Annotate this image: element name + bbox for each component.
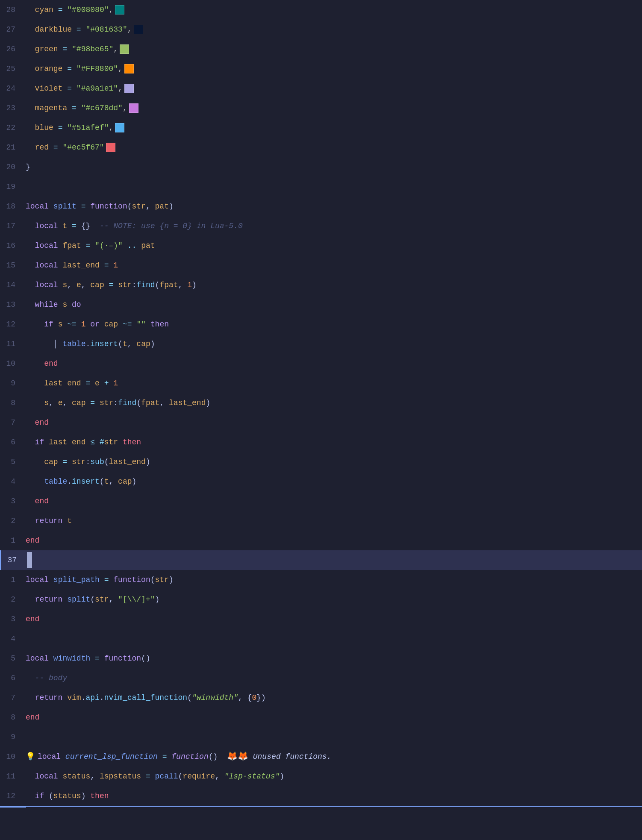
moon-icon: ☽ bbox=[12, 807, 18, 808]
line-number: 7 bbox=[0, 688, 22, 708]
code-line-s3: 3 end bbox=[0, 609, 642, 629]
line-number: 8 bbox=[0, 708, 22, 727]
code-line-20: 20 } bbox=[0, 157, 642, 177]
line-text: local fpat = "(·–)" .. pat bbox=[22, 236, 642, 256]
line-text: green = "#98be65", bbox=[22, 39, 642, 59]
code-line-s11: 11 local status, lspstatus = pcall(requi… bbox=[0, 767, 642, 786]
code-line-25: 25 orange = "#FF8800", bbox=[0, 59, 642, 79]
line-text: red = "#ec5f67" bbox=[22, 138, 642, 157]
line-text: blue = "#51afef", bbox=[22, 118, 642, 138]
line-text: local t = {} -- NOTE: use {n = 0} in Lua… bbox=[22, 216, 642, 236]
code-line-s6: 6 -- body bbox=[0, 668, 642, 688]
line-number: 5 bbox=[0, 649, 22, 668]
line-text: │ table.insert(t, cap) bbox=[22, 334, 642, 354]
code-line-15: 15 local last_end = 1 bbox=[0, 256, 642, 275]
statusbar-accent-bar bbox=[0, 807, 3, 808]
line-text: if s ~= 1 or cap ~= "" then bbox=[22, 314, 642, 334]
line-number: 10 bbox=[0, 747, 22, 767]
line-number: 20 bbox=[0, 157, 22, 177]
code-line-18: 18 local split = function(str, pat) bbox=[0, 197, 642, 216]
code-line-24: 24 violet = "#a9a1e1", bbox=[0, 79, 642, 98]
code-line-11: 11 │ table.insert(t, cap) bbox=[0, 334, 642, 354]
line-text: return split(str, "[\\/]+") bbox=[22, 590, 642, 609]
line-text: -- body bbox=[22, 668, 642, 688]
code-line-s12: 12 if (status) then bbox=[0, 786, 642, 806]
line-number: 15 bbox=[0, 256, 22, 275]
line-number: 27 bbox=[0, 20, 22, 39]
code-line-1: 1 end bbox=[0, 531, 642, 550]
line-number: 24 bbox=[0, 79, 22, 98]
code-area: 28 cyan = "#008080", 27 darkblue = "#081… bbox=[0, 0, 642, 806]
line-number: 19 bbox=[0, 177, 22, 197]
line-text: end bbox=[22, 354, 642, 373]
line-number: 11 bbox=[0, 334, 22, 354]
statusbar: ☽ ⊙ 11.5k 📁 lua/modu/ui 🌙 eviline.lua 37… bbox=[0, 806, 642, 808]
line-number: 17 bbox=[0, 216, 22, 236]
line-text: end bbox=[22, 413, 642, 432]
line-number: 23 bbox=[0, 98, 22, 118]
code-line-s7: 7 return vim.api.nvim_call_function("win… bbox=[0, 688, 642, 708]
line-text: 💡local current_lsp_function = function()… bbox=[22, 747, 642, 767]
code-line-4: 4 table.insert(t, cap) bbox=[0, 472, 642, 491]
line-number: 28 bbox=[0, 0, 22, 20]
code-line-s10: 10 💡local current_lsp_function = functio… bbox=[0, 747, 642, 767]
line-text: if (status) then bbox=[22, 786, 642, 806]
line-text bbox=[24, 550, 642, 570]
line-number: 1 bbox=[0, 531, 22, 550]
line-number: 11 bbox=[0, 767, 22, 786]
lua-icon: 🌙 bbox=[153, 807, 163, 808]
line-text: while s do bbox=[22, 295, 642, 314]
line-number: 12 bbox=[0, 314, 22, 334]
line-number: 3 bbox=[0, 609, 22, 629]
line-number: 14 bbox=[0, 275, 22, 295]
line-text: violet = "#a9a1e1", bbox=[22, 79, 642, 98]
line-text: cap = str:sub(last_end) bbox=[22, 452, 642, 472]
line-number: 22 bbox=[0, 118, 22, 138]
statusbar-mode: ☽ bbox=[3, 807, 26, 808]
editor: 28 cyan = "#008080", 27 darkblue = "#081… bbox=[0, 0, 642, 808]
line-number: 16 bbox=[0, 236, 22, 256]
code-line-s2: 2 return split(str, "[\\/]+") bbox=[0, 590, 642, 609]
code-line-13: 13 while s do bbox=[0, 295, 642, 314]
line-text: local status, lspstatus = pcall(require,… bbox=[22, 767, 642, 786]
code-line-26: 26 green = "#98be65", bbox=[0, 39, 642, 59]
line-text: darkblue = "#081633", bbox=[22, 20, 642, 39]
code-line-8: 8 s, e, cap = str:find(fpat, last_end) bbox=[0, 393, 642, 413]
statusbar-right: ⇄ 🔑 master + 3 ◇ 7 💡 1 bbox=[523, 807, 642, 808]
lines-icon: ⊙ bbox=[32, 807, 37, 808]
line-text: local split = function(str, pat) bbox=[22, 197, 642, 216]
statusbar-filename: 🌙 eviline.lua bbox=[147, 807, 224, 808]
line-text: return vim.api.nvim_call_function("winwi… bbox=[22, 688, 642, 708]
code-line-27: 27 darkblue = "#081633", bbox=[0, 20, 642, 39]
line-number: 5 bbox=[0, 452, 22, 472]
line-text: local s, e, cap = str:find(fpat, 1) bbox=[22, 275, 642, 295]
code-line-3: 3 end bbox=[0, 491, 642, 511]
code-line-23: 23 magenta = "#c678dd", bbox=[0, 98, 642, 118]
line-number: 7 bbox=[0, 413, 22, 432]
code-line-28: 28 cyan = "#008080", bbox=[0, 0, 642, 20]
line-text: end bbox=[22, 708, 642, 727]
line-text: end bbox=[22, 531, 642, 550]
line-text: } bbox=[22, 157, 642, 177]
line-number: 12 bbox=[0, 786, 22, 806]
git-icon: ⇄ bbox=[523, 807, 528, 808]
code-line-10: 10 end bbox=[0, 354, 642, 373]
line-number: 8 bbox=[0, 393, 22, 413]
line-number-active: 37 bbox=[1, 550, 24, 570]
line-number: 26 bbox=[0, 39, 22, 59]
line-number: 4 bbox=[0, 629, 22, 649]
line-number: 6 bbox=[0, 668, 22, 688]
line-number: 9 bbox=[0, 373, 22, 393]
code-line-17: 17 local t = {} -- NOTE: use {n = 0} in … bbox=[0, 216, 642, 236]
line-number: 2 bbox=[0, 511, 22, 531]
line-text: local last_end = 1 bbox=[22, 256, 642, 275]
line-number: 6 bbox=[0, 432, 22, 452]
line-text: table.insert(t, cap) bbox=[22, 472, 642, 491]
line-number: 18 bbox=[0, 197, 22, 216]
code-line-5: 5 cap = str:sub(last_end) bbox=[0, 452, 642, 472]
line-text: orange = "#FF8800", bbox=[22, 59, 642, 79]
code-line-37-separator: 37 bbox=[0, 550, 642, 570]
code-line-s1: 1 local split_path = function(str) bbox=[0, 570, 642, 590]
line-number: 1 bbox=[0, 570, 22, 590]
line-text: end bbox=[22, 609, 642, 629]
